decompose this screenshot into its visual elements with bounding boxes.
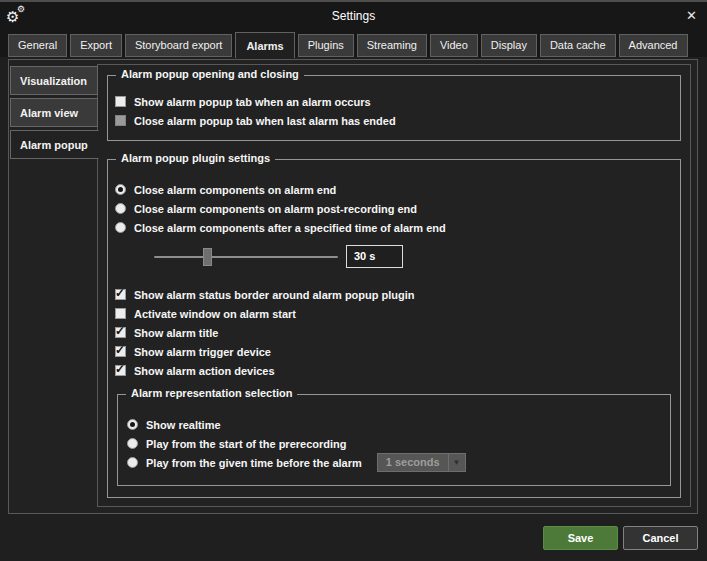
tab-storyboard-export[interactable]: Storyboard export <box>125 34 232 57</box>
alarm-popup-panel: Alarm popup opening and closing Show ala… <box>97 64 691 507</box>
chevron-down-icon[interactable]: ▾ <box>448 454 465 471</box>
checkbox-icon[interactable] <box>115 346 126 357</box>
group-title: Alarm representation selection <box>126 387 297 399</box>
checkbox-label: Show alarm title <box>134 327 218 339</box>
tab-display[interactable]: Display <box>481 34 537 57</box>
side-tab-visualization[interactable]: Visualization <box>10 66 98 95</box>
checkbox-label: Show alarm trigger device <box>134 346 271 358</box>
alarm-end-time-slider-row: 30 s <box>154 245 403 268</box>
time-slider[interactable] <box>154 248 338 266</box>
radio-row-close-after-time[interactable]: Close alarm components after a specified… <box>115 218 673 237</box>
tab-general[interactable]: General <box>8 34 67 57</box>
checkbox-row-show-title[interactable]: Show alarm title <box>115 323 673 342</box>
checkbox-icon[interactable] <box>115 115 126 126</box>
checkbox-label: Activate window on alarm start <box>134 308 296 320</box>
radio-row-show-realtime[interactable]: Show realtime <box>127 415 663 434</box>
checkbox-row-trigger-device[interactable]: Show alarm trigger device <box>115 342 673 361</box>
checkbox-row-action-devices[interactable]: Show alarm action devices <box>115 361 673 380</box>
alarm-side-tabs: Visualization Alarm view Alarm popup <box>10 66 98 162</box>
checkbox-label: Show alarm popup tab when an alarm occur… <box>134 96 371 108</box>
checkbox-label: Show alarm status border around alarm po… <box>134 289 415 301</box>
slider-track[interactable] <box>154 256 338 258</box>
radio-row-close-on-postrecording-end[interactable]: Close alarm components on alarm post-rec… <box>115 199 673 218</box>
cancel-button[interactable]: Cancel <box>623 526 698 550</box>
dropdown-value: 1 seconds <box>378 454 448 471</box>
radio-icon[interactable] <box>127 438 138 449</box>
group-title: Alarm popup plugin settings <box>116 152 275 164</box>
window-title: Settings <box>0 2 707 30</box>
radio-label: Close alarm components on alarm end <box>134 184 336 196</box>
tab-advanced[interactable]: Advanced <box>619 34 688 57</box>
side-tab-alarm-view[interactable]: Alarm view <box>10 98 98 127</box>
dialog-footer: Save Cancel <box>543 526 698 550</box>
tab-alarms[interactable]: Alarms <box>235 32 294 58</box>
radio-row-play-prerecording[interactable]: Play from the start of the prerecording <box>127 434 663 453</box>
radio-row-play-given-time[interactable]: Play from the given time before the alar… <box>127 453 663 472</box>
checkbox-icon[interactable] <box>115 365 126 376</box>
checkbox-label: Close alarm popup tab when last alarm ha… <box>134 115 396 127</box>
side-tab-alarm-popup[interactable]: Alarm popup <box>10 130 99 159</box>
checkbox-row-activate-window[interactable]: Activate window on alarm start <box>115 304 673 323</box>
tab-video[interactable]: Video <box>430 34 478 57</box>
plugin-checkbox-list: Show alarm status border around alarm po… <box>115 285 673 380</box>
settings-window: ⚙ ⚙ Settings ✕ General Export Storyboard… <box>0 0 707 561</box>
radio-label: Play from the start of the prerecording <box>146 438 346 450</box>
settings-tab-bar: General Export Storyboard export Alarms … <box>0 30 707 57</box>
slider-thumb[interactable] <box>203 248 212 266</box>
checkbox-icon[interactable] <box>115 289 126 300</box>
checkbox-row-show-popup-tab[interactable]: Show alarm popup tab when an alarm occur… <box>115 92 673 111</box>
radio-label: Close alarm components on alarm post-rec… <box>134 203 417 215</box>
radio-icon[interactable] <box>115 222 126 233</box>
group-title: Alarm popup opening and closing <box>116 68 304 80</box>
save-button[interactable]: Save <box>543 526 618 550</box>
group-opening-closing: Alarm popup opening and closing Show ala… <box>107 75 681 141</box>
group-representation: Alarm representation selection Show real… <box>117 394 671 486</box>
radio-row-close-on-alarm-end[interactable]: Close alarm components on alarm end <box>115 180 673 199</box>
radio-label: Close alarm components after a specified… <box>134 222 446 234</box>
radio-label: Show realtime <box>146 419 221 431</box>
checkbox-row-status-border[interactable]: Show alarm status border around alarm po… <box>115 285 673 304</box>
radio-icon[interactable] <box>127 457 138 468</box>
title-bar: ⚙ ⚙ Settings ✕ <box>0 2 707 30</box>
time-before-alarm-dropdown[interactable]: 1 seconds ▾ <box>377 453 466 472</box>
close-icon[interactable]: ✕ <box>686 2 697 30</box>
radio-label: Play from the given time before the alar… <box>146 457 362 469</box>
alarms-tab-page: Visualization Alarm view Alarm popup Ala… <box>8 59 698 514</box>
radio-icon[interactable] <box>115 203 126 214</box>
tab-plugins[interactable]: Plugins <box>298 34 354 57</box>
checkbox-icon[interactable] <box>115 96 126 107</box>
group-plugin-settings: Alarm popup plugin settings Close alarm … <box>107 159 681 498</box>
checkbox-icon[interactable] <box>115 308 126 319</box>
tab-streaming[interactable]: Streaming <box>357 34 427 57</box>
checkbox-icon[interactable] <box>115 327 126 338</box>
radio-icon[interactable] <box>115 184 126 195</box>
slider-value-box[interactable]: 30 s <box>346 245 403 268</box>
tab-data-cache[interactable]: Data cache <box>540 34 616 57</box>
radio-icon[interactable] <box>127 419 138 430</box>
checkbox-row-close-popup-tab[interactable]: Close alarm popup tab when last alarm ha… <box>115 111 673 130</box>
checkbox-label: Show alarm action devices <box>134 365 275 377</box>
tab-export[interactable]: Export <box>70 34 122 57</box>
